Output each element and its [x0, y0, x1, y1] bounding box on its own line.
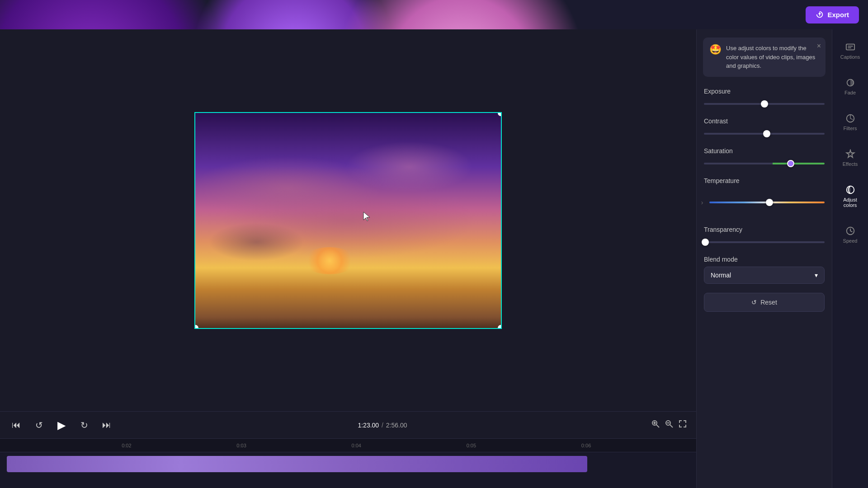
- transparency-label: Transparency: [704, 226, 825, 233]
- video-canvas: [0, 29, 696, 411]
- playback-controls: ⏮ ↺ ▶ ↻ ⏭: [9, 418, 114, 432]
- exposure-section: Exposure: [697, 83, 832, 113]
- fullscreen-icon: [678, 419, 687, 428]
- sidebar-item-adjust-colors[interactable]: Adjust colors: [835, 181, 866, 211]
- right-panel: 🤩 Use adjust colors to modify the color …: [696, 29, 832, 488]
- play-button[interactable]: ▶: [54, 418, 69, 432]
- adjust-panel: 🤩 Use adjust colors to modify the color …: [697, 29, 832, 488]
- cloud-overlay: [195, 113, 501, 328]
- reset-button[interactable]: ↺ Reset: [704, 293, 825, 312]
- tooltip-close-button[interactable]: ×: [817, 42, 821, 50]
- resize-handle-tr[interactable]: [498, 112, 502, 116]
- zoom-controls: [651, 419, 687, 431]
- export-icon: [816, 11, 824, 19]
- timeline-ruler: 0:02 0:03 0:04 0:05 0:06: [0, 439, 696, 452]
- contrast-section: Contrast: [697, 113, 832, 143]
- zoom-out-icon: [665, 419, 674, 428]
- temperature-section-wrapper: Temperature ›: [697, 173, 832, 221]
- zoom-out-button[interactable]: [665, 419, 674, 431]
- timeline: 0:02 0:03 0:04 0:05 0:06: [0, 438, 696, 488]
- saturation-slider-container[interactable]: [704, 159, 825, 168]
- saturation-label: Saturation: [704, 147, 825, 155]
- sidebar-icons: Captions Fade Filters: [832, 29, 868, 488]
- zoom-in-button[interactable]: [651, 419, 660, 431]
- temperature-track: [709, 202, 825, 203]
- contrast-slider-container[interactable]: [704, 129, 825, 138]
- sun-glow: [302, 247, 357, 274]
- fade-label: Fade: [844, 90, 856, 95]
- contrast-thumb[interactable]: [763, 130, 770, 137]
- tooltip-emoji: 🤩: [709, 44, 722, 56]
- ruler-mark-1: 0:02: [122, 443, 236, 448]
- blend-mode-select[interactable]: Normal ▾: [704, 267, 825, 284]
- zoom-in-icon: [651, 419, 660, 428]
- temperature-thumb[interactable]: [766, 199, 773, 206]
- current-time: 1:23.00: [358, 422, 379, 429]
- exposure-slider-container[interactable]: [704, 99, 825, 108]
- svg-line-1: [656, 425, 659, 427]
- sidebar-item-speed[interactable]: Speed: [835, 222, 866, 247]
- transparency-slider-container[interactable]: [704, 238, 825, 247]
- sidebar-item-filters[interactable]: Filters: [835, 110, 866, 135]
- fullscreen-button[interactable]: [678, 419, 687, 431]
- effects-icon: [845, 149, 855, 159]
- content-area: ⏮ ↺ ▶ ↻ ⏭ 1:23.00 / 2:56.00: [0, 29, 868, 488]
- export-label: Export: [827, 11, 849, 19]
- exposure-label: Exposure: [704, 88, 825, 95]
- rewind-button[interactable]: ↺: [32, 418, 46, 432]
- temperature-slider-row: ›: [697, 188, 832, 217]
- svg-line-5: [670, 425, 673, 427]
- exposure-thumb[interactable]: [761, 100, 768, 108]
- temperature-label: Temperature: [697, 177, 832, 188]
- blend-mode-section: Blend mode Normal ▾: [697, 251, 832, 288]
- skip-forward-button[interactable]: ⏭: [99, 418, 114, 432]
- sidebar-item-fade[interactable]: Fade: [835, 74, 866, 99]
- speed-icon: [845, 226, 855, 236]
- tooltip-text: Use adjust colors to modify the color va…: [726, 44, 819, 70]
- svg-rect-7: [846, 44, 854, 50]
- exposure-track: [704, 103, 825, 105]
- transparency-track: [704, 241, 825, 243]
- ruler-mark-3: 0:04: [352, 443, 467, 448]
- timeline-tracks[interactable]: [0, 452, 696, 488]
- filters-icon: [845, 113, 855, 123]
- sidebar-item-effects[interactable]: Effects: [835, 145, 866, 170]
- export-button[interactable]: Export: [806, 6, 859, 23]
- time-separator: /: [382, 422, 383, 429]
- ruler-mark-4: 0:05: [467, 443, 581, 448]
- temperature-slider-container[interactable]: [709, 198, 825, 207]
- blend-mode-label: Blend mode: [704, 256, 825, 263]
- video-track[interactable]: [7, 456, 587, 472]
- saturation-section: Saturation: [697, 143, 832, 173]
- reset-label: Reset: [760, 299, 777, 306]
- time-display: 1:23.00 / 2:56.00: [358, 422, 407, 429]
- adjust-colors-label: Adjust colors: [836, 197, 864, 208]
- saturation-thumb[interactable]: [787, 160, 794, 167]
- effects-label: Effects: [843, 161, 858, 167]
- ruler-mark-5: 0:06: [581, 443, 696, 448]
- video-area: ⏮ ↺ ▶ ↻ ⏭ 1:23.00 / 2:56.00: [0, 29, 696, 488]
- skip-back-button[interactable]: ⏮: [9, 418, 24, 432]
- transparency-section: Transparency: [697, 221, 832, 251]
- blend-mode-value: Normal: [711, 272, 731, 279]
- temperature-slider-content: [709, 198, 832, 207]
- transparency-thumb[interactable]: [702, 239, 709, 246]
- reset-icon: ↺: [751, 299, 757, 306]
- tooltip-card: 🤩 Use adjust colors to modify the color …: [703, 38, 826, 77]
- contrast-label: Contrast: [704, 117, 825, 125]
- saturation-track: [704, 163, 825, 164]
- header: Export: [0, 0, 868, 29]
- ruler-mark-2: 0:03: [236, 443, 351, 448]
- fade-icon: [845, 78, 855, 88]
- captions-label: Captions: [840, 54, 860, 60]
- contrast-track: [704, 133, 825, 135]
- video-frame: [194, 112, 502, 329]
- resize-handle-br[interactable]: [498, 325, 502, 329]
- captions-icon: [845, 42, 855, 52]
- fast-forward-button[interactable]: ↻: [77, 418, 91, 432]
- video-controls: ⏮ ↺ ▶ ↻ ⏭ 1:23.00 / 2:56.00: [0, 411, 696, 438]
- sidebar-item-captions[interactable]: Captions: [835, 38, 866, 63]
- speed-label: Speed: [843, 238, 858, 244]
- temperature-arrow[interactable]: ›: [697, 192, 708, 212]
- blend-mode-chevron-icon: ▾: [815, 272, 818, 279]
